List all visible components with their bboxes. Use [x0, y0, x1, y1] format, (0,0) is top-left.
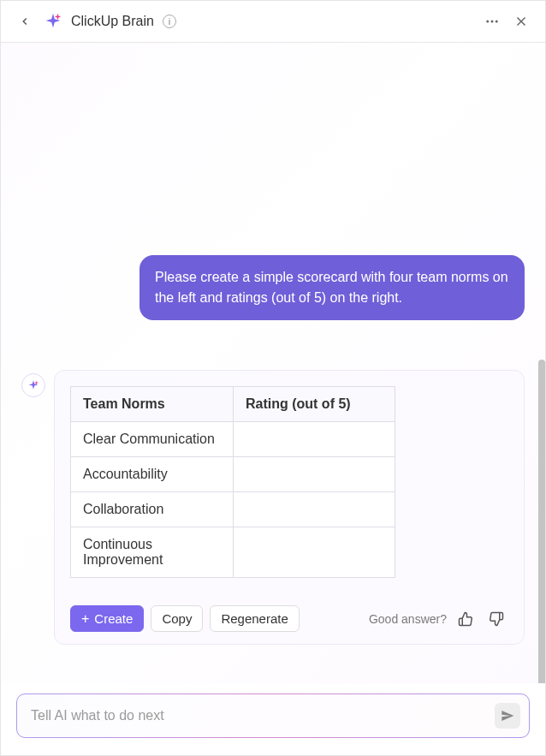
- sparkle-icon: [27, 379, 39, 391]
- ai-prompt-input[interactable]: [31, 708, 486, 723]
- info-icon[interactable]: i: [163, 15, 176, 28]
- create-label: Create: [94, 611, 133, 626]
- close-button[interactable]: [511, 11, 531, 32]
- copy-button[interactable]: Copy: [151, 605, 203, 632]
- send-icon: [501, 709, 514, 723]
- user-message-bubble: Please create a simple scorecard with fo…: [139, 255, 525, 320]
- close-icon: [513, 14, 529, 29]
- more-button[interactable]: [482, 11, 502, 32]
- thumbs-up-button[interactable]: [454, 607, 478, 631]
- thumbs-up-icon: [458, 611, 473, 627]
- table-header-rating: Rating (out of 5): [234, 387, 395, 422]
- table-cell-rating: [234, 457, 395, 492]
- sparkle-logo-icon: [44, 12, 62, 31]
- app-window: ClickUp Brain i Please create a simple s…: [0, 0, 546, 756]
- send-button[interactable]: [495, 703, 520, 729]
- app-title: ClickUp Brain: [71, 14, 154, 29]
- scorecard-table: Team Norms Rating (out of 5) Clear Commu…: [70, 386, 395, 578]
- header-bar: ClickUp Brain i: [1, 1, 545, 43]
- chat-body: Please create a simple scorecard with fo…: [1, 43, 545, 683]
- input-area: [1, 683, 545, 755]
- table-row: Continuous Improvement: [71, 527, 395, 578]
- ai-avatar: [21, 373, 45, 397]
- regenerate-label: Regenerate: [221, 611, 288, 626]
- good-answer-label: Good answer?: [369, 612, 447, 626]
- copy-label: Copy: [162, 611, 192, 626]
- thumbs-down-icon: [489, 611, 504, 627]
- back-button[interactable]: [15, 11, 35, 32]
- create-button[interactable]: + Create: [70, 605, 144, 632]
- svg-point-2: [496, 21, 498, 23]
- table-cell-norm: Clear Communication: [71, 422, 234, 457]
- table-cell-norm: Continuous Improvement: [71, 527, 234, 578]
- table-row: Clear Communication: [71, 422, 395, 457]
- ai-response-card: Team Norms Rating (out of 5) Clear Commu…: [54, 370, 525, 645]
- scrollbar[interactable]: [538, 360, 545, 683]
- table-header-norms: Team Norms: [71, 387, 234, 422]
- ai-actions-row: + Create Copy Regenerate Good answer?: [70, 605, 508, 632]
- table-cell-norm: Collaboration: [71, 492, 234, 527]
- table-header-row: Team Norms Rating (out of 5): [71, 387, 395, 422]
- table-row: Accountability: [71, 457, 395, 492]
- scroll-spacer: [21, 60, 525, 240]
- more-horizontal-icon: [484, 14, 500, 29]
- table-cell-norm: Accountability: [71, 457, 234, 492]
- table-cell-rating: [234, 422, 395, 457]
- svg-point-1: [491, 21, 494, 23]
- plus-icon: +: [81, 612, 89, 626]
- table-cell-rating: [234, 492, 395, 527]
- ai-response-row: Team Norms Rating (out of 5) Clear Commu…: [21, 370, 525, 645]
- svg-point-0: [486, 21, 489, 23]
- input-wrapper: [16, 693, 530, 738]
- table-row: Collaboration: [71, 492, 395, 527]
- chevron-left-icon: [19, 15, 31, 27]
- table-cell-rating: [234, 527, 395, 578]
- thumbs-down-button[interactable]: [484, 607, 508, 631]
- regenerate-button[interactable]: Regenerate: [210, 605, 299, 632]
